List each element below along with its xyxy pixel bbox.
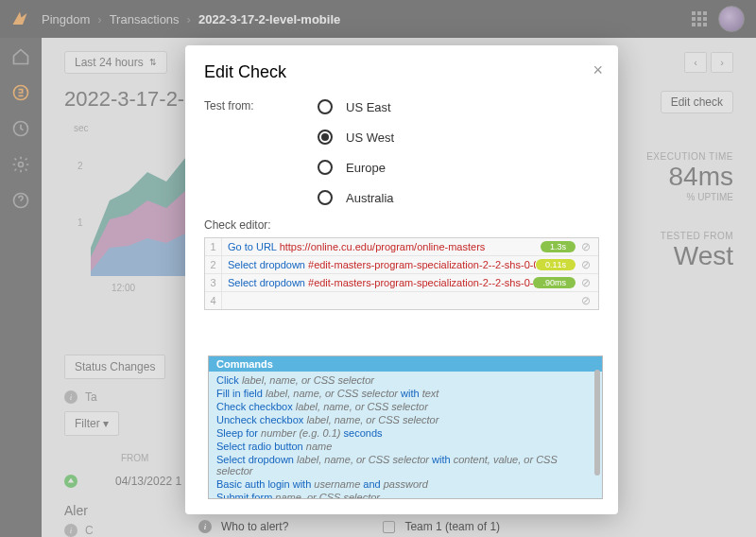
edit-check-modal: × Edit Check Test from: US East US West … (185, 45, 618, 514)
breadcrumb-current: 2022-3-17-2-level-mobile (198, 12, 340, 26)
time-range-dropdown[interactable]: Last 24 hours ⇅ (64, 51, 167, 74)
up-arrow-icon (64, 475, 77, 488)
exec-time-value: 84ms (646, 162, 733, 192)
hint-sleep[interactable]: Sleep for number (e.g. 0.1) seconds (216, 426, 594, 440)
chart-ytick: 1 (77, 217, 83, 228)
region-us-west[interactable]: US West (318, 130, 394, 145)
time-range-label: Last 24 hours (75, 56, 144, 69)
solarwinds-logo (11, 10, 28, 27)
region-australia[interactable]: Australia (318, 190, 394, 205)
timing-badge: 1.3s (541, 241, 576, 252)
hint-submit[interactable]: Submit form name, or CSS selector (216, 491, 594, 499)
timing-badge: 0.11s (536, 259, 576, 270)
editor-line-3[interactable]: 3 Select dropdown #edit-masters-program-… (205, 274, 598, 292)
chart-ylabel: sec (74, 123, 89, 133)
help-icon[interactable] (11, 191, 30, 210)
chevron-right-icon: › (97, 12, 101, 26)
uptime-label: % UPTIME (646, 192, 733, 202)
tested-from-value: West (661, 241, 733, 271)
scrollbar[interactable] (594, 370, 600, 476)
delete-line-icon[interactable]: ⊘ (579, 294, 593, 307)
row-timestamp: 04/13/2022 1 (115, 475, 181, 488)
hint-check[interactable]: Check checkbox label, name, or CSS selec… (216, 400, 594, 413)
editor-line-4[interactable]: 4 ⊘ (205, 292, 598, 309)
pager: ‹ › (684, 52, 733, 73)
edit-check-button[interactable]: Edit check (661, 91, 733, 113)
avatar[interactable] (718, 6, 745, 32)
chart-xlabel: 12:00 (112, 283, 135, 293)
hint-auth[interactable]: Basic auth login with username and passw… (216, 477, 594, 491)
region-radio-group: US East US West Europe Australia (318, 99, 394, 205)
command-hints-panel: Commands Click label, name, or CSS selec… (208, 355, 603, 499)
sidebar (0, 38, 42, 537)
tested-from-label: TESTED FROM (661, 231, 733, 241)
editor-line-2[interactable]: 2 Select dropdown #edit-masters-program-… (205, 256, 598, 274)
svg-point-2 (19, 163, 24, 167)
commands-header: Commands (209, 356, 602, 372)
filter-button[interactable]: Filter ▾ (64, 411, 119, 436)
info-icon: i (64, 524, 77, 537)
delete-line-icon[interactable]: ⊘ (579, 258, 593, 271)
pager-prev[interactable]: ‹ (684, 52, 707, 73)
breadcrumb-pingdom[interactable]: Pingdom (42, 12, 90, 26)
breadcrumb: Pingdom › Transactions › 2022-3-17-2-lev… (42, 12, 692, 26)
region-us-east[interactable]: US East (318, 99, 394, 114)
who-to-alert-label: Who to alert? (221, 520, 288, 533)
close-icon[interactable]: × (593, 61, 603, 80)
topbar: Pingdom › Transactions › 2022-3-17-2-lev… (0, 0, 756, 38)
check-editor-label: Check editor: (204, 218, 599, 232)
radio-icon (318, 130, 333, 145)
hint-radio[interactable]: Select radio button name (216, 440, 594, 453)
hint-click[interactable]: Click label, name, or CSS selector (216, 373, 594, 387)
apps-grid-icon[interactable] (692, 11, 707, 26)
test-from-label: Test from: (204, 99, 318, 205)
check-editor[interactable]: 1 Go to URL https://online.cu.edu/progra… (204, 237, 599, 310)
pager-next[interactable]: › (711, 52, 733, 73)
modal-title: Edit Check (204, 62, 599, 82)
info-icon: i (64, 390, 77, 404)
team1-label: Team 1 (team of 1) (404, 520, 500, 533)
hint-fill[interactable]: Fill in field label, name, or CSS select… (216, 387, 594, 400)
hint-dropdown[interactable]: Select dropdown label, name, or CSS sele… (216, 453, 594, 477)
status-changes-button[interactable]: Status Changes (64, 355, 165, 379)
uptime-icon[interactable] (11, 119, 30, 138)
timing-badge: .90ms (533, 277, 576, 288)
chevron-right-icon: › (187, 12, 191, 26)
editor-line-1[interactable]: 1 Go to URL https://online.cu.edu/progra… (205, 238, 598, 256)
settings-icon[interactable] (11, 155, 30, 174)
tags-label: Ta (85, 390, 97, 404)
radio-icon (318, 190, 333, 205)
delete-line-icon[interactable]: ⊘ (579, 240, 593, 253)
exec-time-label: EXECUTION TIME (646, 151, 733, 162)
hint-uncheck[interactable]: Uncheck checkbox label, name, or CSS sel… (216, 413, 594, 426)
who-to-alert-row: i Who to alert? Team 1 (team of 1) (198, 520, 500, 533)
radio-icon (318, 99, 333, 114)
radio-icon (318, 160, 333, 175)
chart-ytick: 2 (77, 161, 83, 171)
sort-icon: ⇅ (149, 58, 157, 67)
transactions-icon[interactable] (11, 83, 30, 102)
breadcrumb-transactions[interactable]: Transactions (110, 12, 180, 26)
delete-line-icon[interactable]: ⊘ (579, 276, 593, 289)
info-icon: i (198, 520, 212, 533)
home-icon[interactable] (11, 47, 30, 66)
team1-checkbox[interactable] (383, 521, 395, 533)
region-europe[interactable]: Europe (318, 160, 394, 175)
